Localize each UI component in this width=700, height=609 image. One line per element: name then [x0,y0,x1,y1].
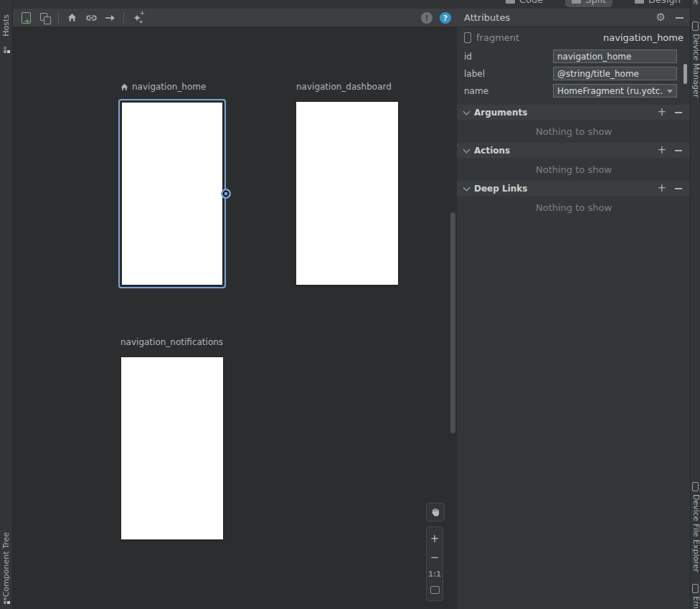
attr-id-label: id [464,52,472,62]
sidebar-tab-gradle[interactable]: Gradle [691,0,700,5]
nested-graph-button[interactable] [37,10,53,26]
nav-editor-toolbar: + ✦ + [12,9,457,27]
zoom-actual-size-button[interactable]: 1:1 [428,570,441,578]
toolbar-separator [58,12,59,24]
selected-component-row: fragment navigation_home [464,32,684,43]
gear-icon[interactable]: ⚙ [656,12,666,23]
new-destination-button[interactable]: + [18,10,34,26]
chevron-expanded-icon [463,146,470,153]
remove-deep-link-icon[interactable] [675,188,682,189]
actions-empty-text: Nothing to show [457,164,691,175]
sidebar-tab-hosts[interactable]: Hosts [1,14,11,37]
zoom-to-fit-button[interactable] [430,586,440,594]
attr-row-name: name HomeFragment (ru.yotc. [464,84,684,98]
fragment-icon [464,32,471,43]
hosts-toolwindow-icon[interactable] [4,50,6,53]
tab-split[interactable]: Split [565,0,612,7]
fragment-home-selection-frame[interactable] [118,99,226,288]
zoom-out-button[interactable]: − [427,552,443,563]
device-manager-icon [692,22,699,31]
add-argument-icon[interactable]: + [657,107,666,118]
fragment-dashboard-label[interactable]: navigation_dashboard [296,82,392,92]
deep-links-empty-text: Nothing to show [457,202,691,213]
action-connection-handle[interactable] [221,189,231,199]
add-action-icon[interactable]: + [657,145,666,156]
arguments-empty-text: Nothing to show [457,126,691,137]
design-icon [635,0,644,4]
fragment-dashboard-preview[interactable] [296,102,398,285]
section-deep-links-header[interactable]: Deep Links + [457,181,691,196]
attr-row-label: label @string/title_home [464,67,684,80]
chevron-expanded-icon [463,184,470,191]
new-destination-icon: + [22,12,31,24]
section-arguments-header[interactable]: Arguments + [457,105,691,120]
component-type: fragment [476,32,519,43]
fragment-notifications-preview[interactable] [121,357,223,539]
tab-design-label: Design [648,0,681,5]
zoom-in-button[interactable]: + [427,534,443,544]
sidebar-tab-emulator[interactable]: Emulator [691,596,700,609]
attributes-panel-header: Attributes ⚙ [457,9,691,27]
zoom-controls: + − 1:1 [426,527,443,601]
tab-split-label: Split [585,0,606,5]
panel-scrollbar-thumb[interactable] [684,64,687,84]
attributes-panel: Attributes ⚙ fragment navigation_home id… [457,9,691,609]
sidebar-tab-component-tree[interactable]: Component Tree [1,532,11,597]
home-icon [67,12,77,23]
editor-mode-tabs: Code Split Design [499,0,687,7]
attributes-title: Attributes [464,12,510,23]
device-file-explorer-icon [692,482,699,491]
right-tool-strip: Gradle Device Manager Device File Explor… [690,0,700,609]
attr-label-label: label [464,69,485,79]
attr-name-label: name [464,86,488,96]
chevron-expanded-icon [463,108,470,115]
attr-name-combobox[interactable]: HomeFragment (ru.yotc. [553,84,677,98]
toolbar-separator [123,12,124,24]
remove-argument-icon[interactable] [675,112,682,113]
deep-link-button[interactable] [83,10,99,26]
attr-row-id: id navigation_home [464,49,684,63]
navigation-editor-window: Code Split Design Hosts Component Tree G… [0,0,700,609]
hide-panel-icon[interactable] [676,17,684,19]
canvas-vertical-scrollbar[interactable] [450,212,455,433]
pan-button[interactable] [426,503,445,521]
link-icon [85,12,98,24]
code-icon [506,0,515,4]
left-tool-strip: Hosts Component Tree [0,0,13,609]
nav-graph-canvas[interactable]: navigation_home navigation_dashboard nav… [12,28,457,609]
toolbar-right-indicators: ! ? [421,9,451,27]
action-arrow-icon [105,14,116,22]
auto-arrange-button[interactable]: ✦ + + [129,10,145,26]
attr-id-field[interactable]: navigation_home [553,49,677,63]
section-actions-header[interactable]: Actions + [457,143,691,158]
issues-indicator-icon[interactable]: ! [421,12,432,24]
fragment-home-label[interactable]: navigation_home [120,82,206,92]
add-action-button[interactable] [103,10,118,26]
split-icon [572,0,581,4]
add-deep-link-icon[interactable]: + [657,183,666,194]
component-id: navigation_home [603,32,684,43]
tab-design[interactable]: Design [628,0,687,7]
sidebar-tab-device-manager[interactable]: Device Manager [691,34,700,98]
assign-start-destination-button[interactable] [64,10,80,26]
remove-action-icon[interactable] [675,150,682,151]
tab-code-label: Code [519,0,543,5]
attr-label-field[interactable]: @string/title_home [553,67,677,80]
fragment-notifications-label[interactable]: navigation_notifications [120,337,223,347]
fragment-home-preview[interactable] [122,103,222,285]
tab-code[interactable]: Code [499,0,549,7]
emulator-icon [692,584,699,593]
start-destination-home-icon [120,82,129,92]
help-icon[interactable]: ? [440,12,451,24]
chevron-down-icon [667,90,673,93]
sidebar-tab-device-file-explorer[interactable]: Device File Explorer [691,494,700,572]
component-tree-toolwindow-icon[interactable] [4,601,6,604]
hand-pan-icon [430,507,440,517]
